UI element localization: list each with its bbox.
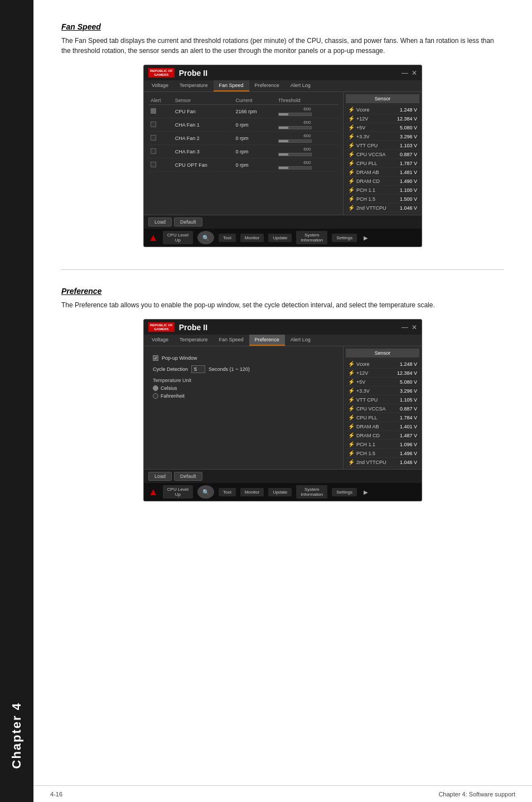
taskbar-tool-2[interactable]: Tool	[219, 488, 236, 496]
celsius-radio[interactable]	[153, 385, 158, 391]
default-btn-1[interactable]: Default	[174, 218, 202, 226]
default-btn-2[interactable]: Default	[174, 472, 202, 481]
sensor-dramcd-1: ⚡DRAM CD 1.490 V	[346, 177, 419, 186]
preference-heading: Preference	[61, 287, 504, 296]
tab-temperature-2[interactable]: Temperature	[174, 335, 214, 346]
fan-speed-description: The Fan Speed tab displays the current a…	[61, 36, 504, 56]
load-btn-2[interactable]: Load	[148, 472, 172, 481]
close-btn-2[interactable]: ✕	[412, 323, 417, 331]
alert-cb-5[interactable]	[151, 162, 156, 167]
threshold-bar-1[interactable]	[278, 113, 312, 116]
fan-name-4: CHA Fan 3	[173, 145, 234, 158]
probe-footer-2: Load Default	[144, 469, 422, 483]
tab-alertlog-2[interactable]: Alert Log	[285, 335, 316, 346]
sensor-12v-2: ⚡+12V 12.384 V	[346, 369, 419, 378]
threshold-bar-3[interactable]	[278, 139, 312, 143]
fan-current-2: 0 rpm	[234, 118, 276, 132]
cycle-unit-label: Seconds (1 ~ 120)	[209, 366, 250, 372]
tab-voltage-2[interactable]: Voltage	[146, 335, 174, 346]
tab-preference-2[interactable]: Preference	[249, 335, 285, 346]
cycle-detection-input[interactable]	[191, 365, 205, 373]
fahrenheit-radio[interactable]	[153, 393, 158, 399]
sensor-2ndvttcpu-1: ⚡2nd VTTCPU 1.046 V	[346, 204, 419, 212]
sensor-vcore-2: ⚡Vcore 1.248 V	[346, 360, 419, 369]
fan-speed-heading: Fan Speed	[61, 22, 504, 31]
taskbar-cpulevel-1[interactable]: CPU LevelUp	[163, 231, 193, 244]
taskbar-monitor-2[interactable]: Monitor	[240, 488, 264, 496]
taskbar-icon-1[interactable]: 🔍	[197, 231, 214, 244]
fan-speed-section: Fan Speed The Fan Speed tab displays the…	[61, 22, 504, 56]
sensor-cpuvccsa-1: ⚡CPU VCCSA 0.887 V	[346, 150, 419, 159]
col-sensor: Sensor	[173, 96, 234, 105]
probe-taskbar-2: ▲ CPU LevelUp 🔍 Tool Monitor Update Syst…	[144, 483, 422, 501]
taskbar-settings-1[interactable]: Settings	[332, 234, 357, 242]
popup-row: Pop-up Window	[153, 355, 334, 361]
threshold-bar-2[interactable]	[278, 126, 312, 129]
taskbar-settings-2[interactable]: Settings	[332, 488, 357, 496]
tab-preference-1[interactable]: Preference	[249, 80, 285, 91]
close-btn-1[interactable]: ✕	[412, 69, 417, 77]
taskbar-cpulevel-2[interactable]: CPU LevelUp	[163, 485, 193, 499]
titlebar-controls-2: — ✕	[402, 323, 417, 331]
celsius-option[interactable]: Celsius	[153, 385, 334, 391]
tab-fanspeed-2[interactable]: Fan Speed	[214, 335, 249, 346]
taskbar-update-2[interactable]: Update	[268, 488, 292, 496]
taskbar-update-1[interactable]: Update	[268, 234, 292, 242]
sensor-33v-1: ⚡+3.3V 3.296 V	[346, 132, 419, 141]
threshold-bar-4[interactable]	[278, 153, 312, 156]
taskbar-monitor-1[interactable]: Monitor	[240, 234, 264, 242]
sensor-vttcpu-1: ⚡VTT CPU 1.103 V	[346, 141, 419, 150]
tab-voltage-1[interactable]: Voltage	[146, 80, 174, 91]
taskbar-sysinfo-2[interactable]: SystemInformation	[296, 485, 327, 499]
sensor-pch11-1: ⚡PCH 1.1 1.100 V	[346, 186, 419, 195]
alert-cb-1[interactable]	[151, 108, 156, 114]
load-btn-1[interactable]: Load	[148, 218, 172, 226]
probe-window-1: REPUBLIC OFGAMERS Probe II — ✕ Voltage T…	[143, 65, 422, 247]
sensor-pch15-1: ⚡PCH 1.5 1.500 V	[346, 195, 419, 204]
alert-cb-2[interactable]	[151, 122, 156, 127]
popup-checkbox[interactable]	[153, 355, 158, 361]
fan-row-1: CPU Fan 2166 rpm 600	[148, 105, 338, 118]
tab-alertlog-1[interactable]: Alert Log	[285, 80, 316, 91]
sensor-header-1: Sensor	[346, 94, 419, 103]
titlebar-2: REPUBLIC OFGAMERS Probe II — ✕	[144, 320, 422, 335]
fan-current-1: 2166 rpm	[234, 105, 276, 118]
probe-window-2: REPUBLIC OFGAMERS Probe II — ✕ Voltage T…	[143, 319, 422, 501]
fan-current-5: 0 rpm	[234, 158, 276, 172]
cycle-detection-row: Cycle Detection Seconds (1 ~ 120)	[153, 365, 334, 373]
probe-body-2: Pop-up Window Cycle Detection Seconds (1…	[144, 346, 422, 469]
col-threshold: Threshold	[276, 96, 338, 105]
sensor-cpuvccsa-2: ⚡CPU VCCSA 0.887 V	[346, 404, 419, 413]
page-section: Chapter 4: Software support	[438, 791, 515, 798]
fan-current-3: 0 rpm	[234, 132, 276, 145]
threshold-bar-5[interactable]	[278, 166, 312, 170]
titlebar-controls-1: — ✕	[402, 69, 417, 77]
probe-logo-1: REPUBLIC OFGAMERS	[148, 68, 175, 78]
probe-taskbar-1: ▲ CPU LevelUp 🔍 Tool Monitor Update Syst…	[144, 229, 422, 247]
fan-table: Alert Sensor Current Threshold CPU Fan 2…	[148, 96, 338, 172]
fahrenheit-label: Fahrenheit	[161, 393, 185, 399]
asus-logo-1: ▲	[148, 232, 158, 244]
sensor-vttcpu-2: ⚡VTT CPU 1.105 V	[346, 395, 419, 404]
threshold-label-5: 600	[278, 160, 336, 165]
probe-title-2: Probe II	[179, 323, 397, 332]
tab-fanspeed-1[interactable]: Fan Speed	[214, 80, 249, 91]
threshold-label-2: 600	[278, 120, 336, 125]
taskbar-icon-2[interactable]: 🔍	[197, 485, 214, 499]
tab-temperature-1[interactable]: Temperature	[174, 80, 214, 91]
minimize-btn-1[interactable]: —	[402, 69, 408, 77]
fahrenheit-option[interactable]: Fahrenheit	[153, 393, 334, 399]
fan-table-panel: Alert Sensor Current Threshold CPU Fan 2…	[144, 92, 344, 215]
alert-cb-4[interactable]	[151, 148, 156, 154]
fan-current-4: 0 rpm	[234, 145, 276, 158]
minimize-btn-2[interactable]: —	[402, 323, 408, 331]
taskbar-sysinfo-1[interactable]: SystemInformation	[296, 231, 327, 244]
col-current: Current	[234, 96, 276, 105]
alert-cb-3[interactable]	[151, 135, 156, 141]
tab-bar-1: Voltage Temperature Fan Speed Preference…	[144, 80, 422, 92]
fan-name-3: CHA Fan 2	[173, 132, 234, 145]
taskbar-tool-1[interactable]: Tool	[219, 234, 236, 242]
sensor-panel-1: Sensor ⚡Vcore 1.248 V ⚡+12V 12.384 V ⚡+5…	[344, 92, 422, 215]
sensor-dramab-1: ⚡DRAM AB 1.481 V	[346, 168, 419, 177]
celsius-label: Celsius	[161, 385, 177, 391]
